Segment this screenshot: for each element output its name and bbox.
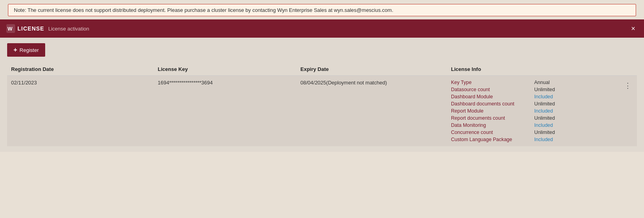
info-value: Included (534, 108, 594, 114)
info-value: Included (534, 94, 594, 99)
wyn-icon: W (6, 24, 15, 33)
cell-license-key: 1694****************3694 (154, 76, 296, 147)
info-label: Custom Language Package (451, 137, 530, 142)
license-table: Registration Date License Key Expiry Dat… (7, 63, 637, 146)
info-label: Report documents count (451, 115, 530, 121)
info-label: Key Type (451, 80, 530, 85)
plus-icon: + (13, 46, 17, 54)
cell-license-info: Key TypeAnnualDatasource countUnlimitedD… (447, 76, 619, 147)
info-label: Dashboard documents count (451, 101, 530, 107)
info-value: Included (534, 122, 594, 128)
cell-expiry-date: 08/04/2025(Deployment not matched) (296, 76, 447, 147)
license-logo: W LICENSE (6, 24, 44, 33)
info-value: Included (534, 137, 594, 142)
col-header-reg-date: Registration Date (7, 63, 154, 76)
col-header-expiry-date: Expiry Date (296, 63, 447, 76)
header-left: W LICENSE License activation (6, 24, 89, 33)
cell-reg-date: 02/11/2023 (7, 76, 154, 147)
header-bar: W LICENSE License activation × (0, 19, 644, 38)
register-label: Register (19, 47, 38, 53)
table-header-row: Registration Date License Key Expiry Dat… (7, 63, 637, 76)
info-label: Report Module (451, 108, 530, 114)
svg-text:W: W (8, 26, 13, 32)
info-value: Unlimited (534, 115, 594, 121)
info-label: Concurrence count (451, 130, 530, 135)
info-value: Unlimited (534, 87, 594, 92)
app-name: LICENSE (17, 25, 44, 32)
info-label: Data Monitoring (451, 122, 530, 128)
more-options-button[interactable]: ⋮ (623, 80, 633, 92)
table-row: 02/11/20231694****************369408/04/… (7, 76, 637, 147)
info-value: Unlimited (534, 130, 594, 135)
col-header-actions (619, 63, 637, 76)
col-header-license-key: License Key (154, 63, 296, 76)
notice-bar: Note: The current license does not suppo… (8, 4, 636, 16)
close-button[interactable]: × (629, 24, 638, 34)
info-label: Dashboard Module (451, 94, 530, 99)
notice-text: Note: The current license does not suppo… (14, 7, 393, 13)
info-label: Datasource count (451, 87, 530, 92)
license-info-grid: Key TypeAnnualDatasource countUnlimitedD… (451, 80, 615, 142)
header-title: License activation (48, 26, 89, 32)
register-button[interactable]: + Register (7, 43, 45, 57)
info-value: Annual (534, 80, 594, 85)
col-header-license-info: License Info (447, 63, 619, 76)
cell-action: ⋮ (619, 76, 637, 147)
main-content: + Register Registration Date License Key… (0, 38, 644, 152)
info-value: Unlimited (534, 101, 594, 107)
